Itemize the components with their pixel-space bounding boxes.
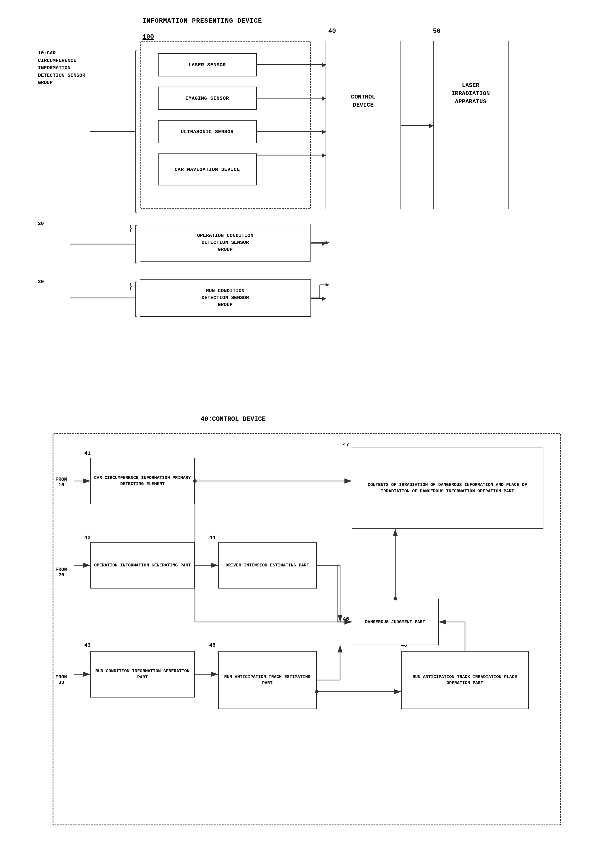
from-30: FROM 30 bbox=[55, 674, 68, 685]
brace-20: } bbox=[128, 224, 133, 233]
op-condition-box: OPERATION CONDITION DETECTION SENSOR GRO… bbox=[140, 224, 311, 262]
arrow-carnav-control bbox=[256, 154, 325, 156]
box-42: OPERATION INFORMATION GENERATING PART bbox=[90, 542, 195, 588]
num-46: 46 bbox=[343, 616, 349, 622]
sensor-carnav-box: CAR NAVIGATION DEVICE bbox=[158, 153, 257, 186]
label-30: 30 bbox=[38, 279, 44, 285]
title-control-device: 40:CONTROL DEVICE bbox=[201, 416, 266, 423]
num-42: 42 bbox=[85, 535, 91, 541]
label-50: 50 bbox=[433, 28, 441, 35]
sensor-imaging-box: IMAGING SENSOR bbox=[158, 87, 257, 110]
box-46: DANGEROUS JUDGMENT PART bbox=[352, 599, 439, 645]
box-43: RUN CONDITION INFORMATION GENERATION PAR… bbox=[90, 651, 195, 698]
control-device-box bbox=[325, 41, 401, 209]
from-10: FROM 10 bbox=[55, 477, 68, 488]
group-100-border: LASER SENSOR IMAGING SENSOR ULTRASONIC S… bbox=[140, 41, 311, 209]
label-10: 10:CAR CIRCUMFERENCE INFORMATION DETECTI… bbox=[38, 49, 85, 87]
laser-irrad-label: LASER IRRADIATION APPARATUS bbox=[433, 81, 509, 106]
sensor-laser-box: LASER SENSOR bbox=[158, 53, 257, 76]
run-condition-box: RUN CONDITION DETECTION SENSOR GROUP bbox=[140, 279, 311, 317]
arrow-run-control bbox=[311, 298, 325, 299]
laser-irrad-box bbox=[433, 41, 509, 209]
arrow-ultrasonic-control bbox=[256, 131, 325, 132]
diagram2: 40:CONTROL DEVICE 41 42 43 44 45 46 47 4… bbox=[32, 413, 584, 849]
num-43: 43 bbox=[85, 642, 91, 648]
main-container: INFORMATION PRESENTING DEVICE 100 40 50 … bbox=[0, 0, 616, 862]
from-20: FROM 20 bbox=[55, 567, 68, 578]
box-41: CAR CIRCUMFERENCE INFORMATION PRIMARY DE… bbox=[90, 458, 195, 504]
label-40: 40 bbox=[328, 28, 336, 35]
arrow-op-control bbox=[311, 243, 325, 244]
arrow-imaging-control bbox=[256, 98, 325, 99]
arrow-control-laser bbox=[401, 125, 433, 126]
title-info-device: INFORMATION PRESENTING DEVICE bbox=[143, 17, 262, 25]
control-device-label: CONTROL DEVICE bbox=[325, 93, 401, 109]
svg-marker-4 bbox=[325, 241, 330, 244]
num-44: 44 bbox=[209, 535, 216, 541]
arrow-laser-control bbox=[256, 64, 325, 65]
box-48: RUN ANTICIPATION TRACK IRRADIATION PLACE… bbox=[401, 651, 529, 709]
box-47: CONTENTS OF IRRADIATION OF DANGEROUS INF… bbox=[352, 448, 544, 529]
label-20: 20 bbox=[38, 221, 44, 226]
num-45: 45 bbox=[209, 642, 216, 648]
diagram1: INFORMATION PRESENTING DEVICE 100 40 50 … bbox=[32, 12, 584, 389]
box-44: DRIVER INTENSION ESTIMATING PART bbox=[218, 542, 317, 588]
box-45: RUN ANTICIPATION TRACK ESTIMATING PART bbox=[218, 651, 317, 709]
label-100: 100 bbox=[143, 33, 154, 41]
num-47: 47 bbox=[343, 442, 349, 448]
sensor-ultrasonic-box: ULTRASONIC SENSOR bbox=[158, 120, 257, 143]
num-41: 41 bbox=[85, 451, 91, 456]
svg-marker-8 bbox=[325, 283, 330, 287]
brace-30: } bbox=[128, 282, 133, 291]
